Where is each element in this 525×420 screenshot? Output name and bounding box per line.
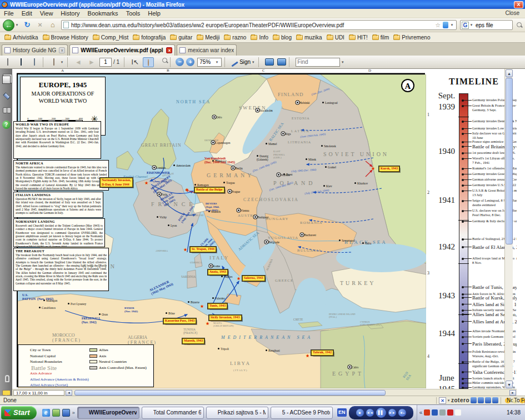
extension-icon-1[interactable] xyxy=(471,397,477,403)
zotero-button[interactable]: zotero xyxy=(451,397,469,403)
extension-icon-4[interactable] xyxy=(492,397,498,403)
bookmark-item[interactable]: fotografija xyxy=(133,34,166,41)
extension-dropdown-icon[interactable]: ▾ xyxy=(446,398,451,403)
zoom-dropdown-icon[interactable]: ▾ xyxy=(214,60,219,64)
sign-dropdown-icon[interactable]: ▾ xyxy=(251,60,256,64)
scroll-up-icon[interactable]: ▲ xyxy=(506,69,513,77)
menu-item[interactable]: Edit xyxy=(18,9,36,17)
back-dropdown-icon[interactable]: ▾ xyxy=(14,23,19,27)
extension-icon-2[interactable] xyxy=(478,397,484,403)
language-indicator[interactable]: EN xyxy=(337,408,347,417)
tray-icon-blue[interactable] xyxy=(432,409,438,416)
find-dropdown-icon[interactable]: ▾ xyxy=(340,60,345,64)
paperclip-icon[interactable] xyxy=(5,375,9,382)
fit-width-button[interactable] xyxy=(265,58,274,66)
extension-icon-3[interactable] xyxy=(485,397,491,403)
menu-item[interactable]: View xyxy=(36,9,57,17)
search-text[interactable]: eps file xyxy=(476,22,493,28)
tray-icon-messenger[interactable] xyxy=(455,409,461,416)
identity-icon[interactable] xyxy=(443,22,448,28)
save-app-icon[interactable] xyxy=(62,409,70,417)
previous-page-button[interactable]: ◄ xyxy=(73,57,84,67)
bookmark-item[interactable]: muzika xyxy=(296,34,322,41)
menu-close-label[interactable]: Close xyxy=(505,10,523,16)
zoom-level-select[interactable]: 75% ▾ xyxy=(197,58,222,67)
zoom-in-button[interactable]: + xyxy=(186,58,194,66)
print-button[interactable] xyxy=(2,57,13,67)
next-icon[interactable]: ►► xyxy=(388,409,396,417)
pdf-page[interactable]: ABCD 1234 xyxy=(12,69,517,389)
taskbar-task-button[interactable]: Prikazi sajtova 5 - Micros... xyxy=(206,407,268,419)
url-text[interactable]: http://www.dean.usma.edu/history/web03/a… xyxy=(71,22,434,28)
taskbar-task-button[interactable]: Total Commander 6.02 - ... xyxy=(142,407,204,419)
bookmark-item[interactable]: Mediji xyxy=(197,34,219,41)
browser-tab[interactable]: WWIIEuropeOverview.pdf (applic... x xyxy=(69,44,175,56)
next-page-button[interactable]: ► xyxy=(86,57,97,67)
find-input[interactable] xyxy=(296,58,340,67)
previous-icon[interactable]: ◄◄ xyxy=(366,409,374,417)
bookmark-item[interactable]: Arhivistika xyxy=(4,34,38,41)
tray-icon-red[interactable] xyxy=(424,409,430,416)
start-button[interactable]: Start xyxy=(1,406,37,419)
stop-icon[interactable]: ■ xyxy=(356,409,364,417)
bookmark-item[interactable]: Browse History xyxy=(43,34,88,41)
stop-button[interactable]: × xyxy=(35,20,45,30)
scroll-right-icon[interactable]: ► xyxy=(509,390,516,396)
reload-button[interactable]: ↻ xyxy=(22,20,32,30)
extension-button[interactable]: ✕ xyxy=(439,397,446,404)
tray-icon-zonealarm[interactable] xyxy=(447,409,453,416)
bookmark-star-icon[interactable]: ☆ xyxy=(435,22,441,29)
internet-explorer-icon[interactable] xyxy=(42,409,50,417)
identity-button[interactable] xyxy=(48,57,59,67)
sign-button[interactable]: Sign xyxy=(239,59,251,65)
url-field[interactable]: http://www.dean.usma.edu/history/web03/a… xyxy=(61,20,457,30)
browser-tab[interactable]: mexican war index xyxy=(177,44,237,56)
comments-icon[interactable] xyxy=(2,390,11,396)
pages-icon[interactable] xyxy=(2,76,11,84)
google-engine-icon[interactable]: G xyxy=(462,22,469,29)
engine-dropdown-icon[interactable]: ▾ xyxy=(469,23,474,27)
horizontal-scroll-thumb[interactable] xyxy=(74,390,386,396)
tray-icon-gray[interactable] xyxy=(439,409,446,416)
search-field[interactable]: G ▾ eps file xyxy=(460,20,513,30)
pause-icon[interactable]: ▌▌ xyxy=(376,408,386,418)
weather-item[interactable]: Tonight: 14°C xyxy=(512,398,518,403)
save-button[interactable] xyxy=(16,57,27,67)
volume-icon[interactable]: ◄» xyxy=(398,409,406,417)
window-close-button[interactable]: X xyxy=(514,1,523,8)
menu-item[interactable]: Help xyxy=(144,9,164,17)
browser-tab[interactable]: History Guide NG x xyxy=(2,44,68,56)
taskbar-task-button[interactable]: 5 - ACDSee 9 Photo Man... xyxy=(271,407,333,419)
bookmark-item[interactable]: blog xyxy=(273,34,292,41)
tab-close-icon[interactable]: x xyxy=(59,47,65,53)
menu-item[interactable]: History xyxy=(57,9,83,17)
weather-item[interactable]: Now: Sunny and 27°C xyxy=(505,398,511,403)
bookmark-item[interactable]: Comp_Hist xyxy=(93,34,128,41)
taskbar-task-button[interactable]: WWIIEuropeOvervie... xyxy=(77,407,139,419)
help-icon[interactable] xyxy=(2,121,11,129)
hand-tool-button[interactable] xyxy=(143,57,154,67)
home-button[interactable]: ⌂ xyxy=(48,20,58,30)
scroll-left-icon[interactable]: ◄ xyxy=(66,390,72,396)
menu-item[interactable]: Tools xyxy=(122,9,144,17)
marquee-zoom-button[interactable] xyxy=(156,57,167,67)
binoculars-icon[interactable] xyxy=(2,106,11,114)
url-dropdown-icon[interactable]: ▾ xyxy=(449,23,454,27)
zoom-out-button[interactable]: − xyxy=(176,58,184,66)
bookmark-item[interactable]: UDI xyxy=(327,34,344,41)
layers-icon[interactable] xyxy=(2,91,11,99)
weather-item[interactable]: Fri: 27°C xyxy=(519,398,525,403)
search-go-icon[interactable] xyxy=(516,22,523,28)
bookmark-item[interactable]: film xyxy=(372,34,389,41)
tab-close-icon[interactable]: x xyxy=(166,47,172,53)
fit-page-button[interactable] xyxy=(277,58,286,66)
bookmark-item[interactable]: Info xyxy=(251,34,268,41)
page-number-input[interactable] xyxy=(99,58,112,67)
menu-item[interactable]: File xyxy=(0,9,18,17)
back-button[interactable]: ← xyxy=(3,19,14,31)
vertical-scrollbar[interactable]: ▲ ▼ xyxy=(504,69,513,389)
select-tool-button[interactable]: I↖ xyxy=(129,57,141,67)
menu-item[interactable]: Bookmarks xyxy=(84,9,122,17)
bookmark-item[interactable]: razno xyxy=(224,34,246,41)
vertical-scroll-thumb[interactable] xyxy=(506,78,513,244)
